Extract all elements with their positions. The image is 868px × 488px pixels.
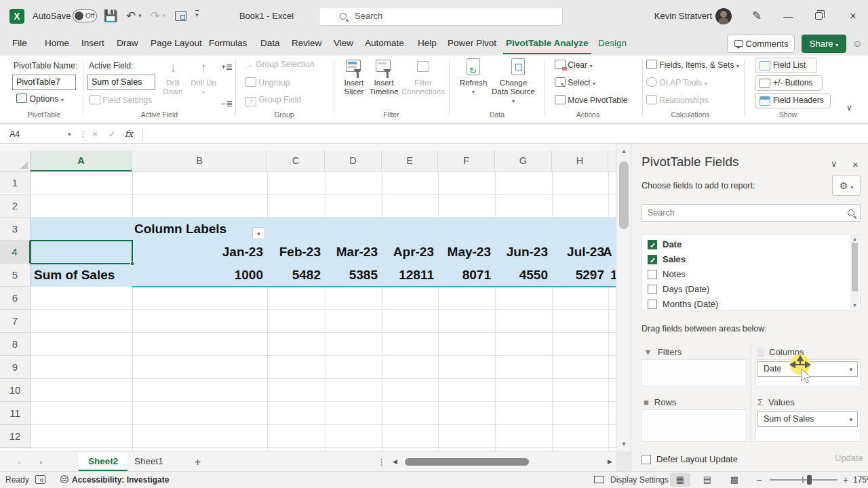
cell-d4-month[interactable]: Mar-23 [325, 241, 382, 264]
sheet-tab-sheet2[interactable]: Sheet2 [79, 452, 127, 471]
column-header-c[interactable]: C [267, 150, 325, 171]
display-settings-label[interactable]: Display Settings [610, 472, 669, 488]
insert-timeline-button[interactable]: Insert Timeline [366, 58, 401, 96]
tab-insert[interactable]: Insert [79, 33, 107, 54]
column-header-f[interactable]: F [438, 150, 495, 171]
tab-draw[interactable]: Draw [114, 33, 141, 54]
fx-icon[interactable]: fx [125, 126, 133, 142]
options-button[interactable]: Options ▾ [16, 94, 64, 104]
cell-b5-value[interactable]: 1000 [132, 264, 267, 287]
cell-e4-month[interactable]: Apr-23 [382, 241, 438, 264]
row-header-10[interactable]: 10 [0, 379, 31, 402]
horizontal-scroll-thumb[interactable] [405, 458, 529, 466]
fields-items-sets-button[interactable]: Fields, Items, & Sets ▾ [646, 60, 739, 70]
field-item-months[interactable]: Months (Date) [648, 297, 718, 312]
change-data-source-button[interactable]: Change Data Source ▾ [491, 58, 536, 106]
row-header-4[interactable]: 4 [0, 241, 31, 264]
tab-pivottable-analyze[interactable]: PivotTable Analyze [503, 33, 591, 54]
sheetbar-more-icon[interactable]: ⋮ [377, 452, 386, 472]
accessibility-status[interactable]: Accessibility: Investigate [72, 472, 169, 488]
zoom-out-icon[interactable]: − [756, 472, 762, 488]
cell-a5-row-label[interactable]: Sum of Sales [34, 264, 132, 287]
row-header-7[interactable]: 7 [0, 310, 31, 333]
scroll-up-icon[interactable]: ▲ [850, 237, 859, 241]
cell-i4-month-clipped[interactable]: A [603, 241, 616, 264]
tab-design[interactable]: Design [595, 33, 629, 54]
undo-icon[interactable]: ↶ [123, 8, 138, 24]
tab-view[interactable]: View [331, 33, 356, 54]
autosave-toggle[interactable]: Off [73, 9, 97, 22]
move-pivottable-button[interactable]: Move PivotTable [555, 95, 627, 105]
cell-i5-value-clipped[interactable]: 1 [610, 264, 616, 287]
column-header-b[interactable]: B [132, 150, 267, 171]
vertical-scrollbar[interactable]: ▲ ▼ [616, 144, 631, 451]
cell-b4-month[interactable]: Jan-23 [132, 241, 267, 264]
person-icon[interactable]: ☺ [852, 38, 862, 49]
field-list-scrollbar[interactable]: ▲ ▼ [850, 235, 859, 309]
column-header-e[interactable]: E [382, 150, 438, 171]
cell-g5-value[interactable]: 4550 [495, 264, 552, 287]
cell-h5-value[interactable]: 5297 [552, 264, 608, 287]
page-break-view-button[interactable]: ▩ [724, 473, 745, 487]
row-header-3[interactable]: 3 [0, 218, 31, 241]
plus-minus-buttons-toggle[interactable]: +/- Buttons [755, 75, 823, 91]
avatar[interactable] [715, 8, 732, 24]
expand-field-icon[interactable]: +≣ [221, 62, 233, 72]
customize-qat-icon[interactable]: ▾ [195, 10, 199, 18]
vertical-scroll-thumb[interactable] [619, 161, 629, 229]
row-header-12[interactable]: 12 [0, 425, 31, 448]
save-icon[interactable]: 💾 [103, 8, 118, 24]
collapse-ribbon-icon[interactable]: ∨ [846, 103, 852, 113]
pen-icon[interactable]: ✎ [749, 8, 764, 24]
row-header-1[interactable]: 1 [0, 171, 31, 195]
tab-formulas[interactable]: Formulas [206, 33, 250, 54]
collapse-field-icon[interactable]: −≣ [221, 99, 233, 108]
field-list-toggle[interactable]: Field List [755, 58, 817, 73]
zoom-in-icon[interactable]: + [843, 472, 848, 488]
field-item-date[interactable]: Date [648, 237, 682, 252]
field-item-sales[interactable]: Sales [648, 252, 686, 267]
tab-home[interactable]: Home [42, 33, 72, 54]
tab-data[interactable]: Data [258, 33, 283, 54]
zoom-slider-thumb[interactable] [807, 475, 812, 485]
quick-access-icon[interactable] [175, 11, 186, 21]
defer-label[interactable]: Defer Layout Update [656, 454, 738, 464]
tab-power-pivot[interactable]: Power Pivot [445, 33, 499, 54]
comments-button[interactable]: Comments [727, 35, 795, 53]
scroll-down-icon[interactable]: ▼ [616, 441, 631, 447]
minimize-button[interactable]: ― [780, 8, 796, 24]
tab-automate[interactable]: Automate [362, 33, 407, 54]
active-field-input[interactable]: Sum of Sales [87, 75, 155, 90]
fill-handle[interactable] [130, 262, 134, 266]
tab-help[interactable]: Help [415, 33, 439, 54]
excel-logo-icon[interactable]: X [9, 9, 24, 24]
formula-input[interactable] [146, 125, 865, 143]
name-box-chevron-icon[interactable]: ▾ [68, 131, 71, 138]
name-box[interactable]: A4 [5, 127, 73, 142]
field-headers-toggle[interactable]: Field Headers [755, 93, 831, 108]
close-button[interactable]: × [845, 8, 861, 24]
search-box[interactable]: Search [319, 7, 563, 26]
page-layout-view-button[interactable]: ▤ [697, 473, 717, 487]
scroll-down-icon[interactable]: ▼ [850, 303, 859, 308]
cell-d5-value[interactable]: 5385 [325, 264, 382, 287]
cell-h4-month[interactable]: Jul-23 [552, 241, 608, 264]
horizontal-scrollbar[interactable] [401, 458, 605, 466]
selected-cell-a4[interactable] [30, 240, 133, 264]
column-labels-filter-icon[interactable]: ▾ [252, 227, 265, 239]
hscroll-left-icon[interactable]: ◀ [393, 452, 397, 472]
row-header-2[interactable]: 2 [0, 195, 31, 218]
row-header-9[interactable]: 9 [0, 356, 31, 379]
checkbox-icon[interactable] [648, 285, 657, 294]
scroll-up-icon[interactable]: ▲ [616, 148, 631, 155]
cell-g4-month[interactable]: Jun-23 [495, 241, 552, 264]
field-list-scroll-thumb[interactable] [852, 243, 858, 291]
sheet-tab-sheet1[interactable]: Sheet1 [125, 452, 173, 471]
panel-chevron-icon[interactable]: ∨ [831, 159, 837, 169]
sheet-next-icon[interactable]: › [39, 452, 42, 472]
cell-f5-value[interactable]: 8071 [438, 264, 495, 287]
column-header-h[interactable]: H [552, 150, 608, 171]
pivottable-name-input[interactable]: PivotTable7 [12, 75, 76, 90]
defer-checkbox-icon[interactable] [642, 455, 651, 464]
grid-body[interactable]: Column Labels ▾ Jan-23 Feb-23 Mar-23 Apr… [31, 171, 616, 451]
